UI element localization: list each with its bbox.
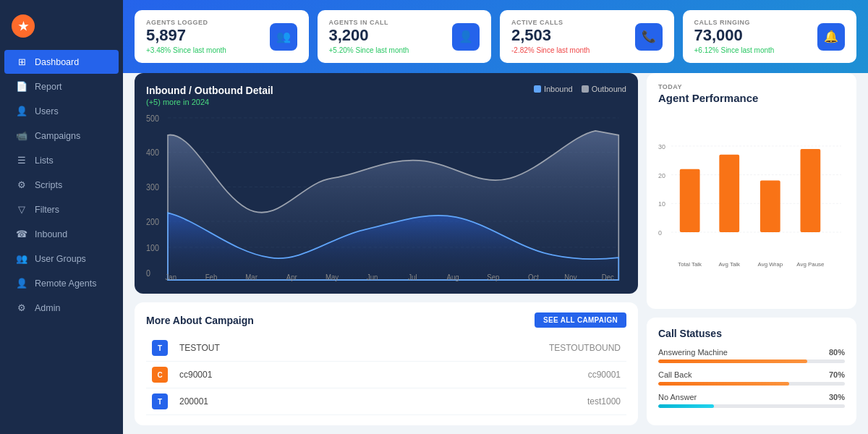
bar-avg-wrap: [760, 181, 780, 232]
campaign-name-2: 200001: [174, 388, 347, 415]
sidebar-logo: ★: [0, 7, 123, 49]
chart-legend: Inbound Outbound: [534, 85, 626, 93]
stat-label-3: CALLS RINGING: [694, 19, 818, 26]
svg-text:200: 200: [146, 218, 159, 227]
stats-bar: AGENTS LOGGED 5,897 +3.48% Since last mo…: [123, 0, 868, 73]
sidebar-item-campaigns[interactable]: 📹Campaigns: [4, 124, 119, 148]
svg-text:0: 0: [658, 229, 662, 237]
svg-text:Jan: Jan: [166, 273, 177, 282]
agent-performance-title: Agent Performance: [658, 92, 845, 104]
svg-text:Total Talk: Total Talk: [678, 261, 702, 268]
svg-text:100: 100: [146, 244, 159, 253]
sidebar-label-remote-agents: Remote Agents: [35, 278, 96, 289]
status-row-2: No Answer 30%: [658, 393, 845, 408]
stat-value-3: 73,000: [694, 26, 818, 45]
campaign-id-2: test1000: [347, 388, 626, 415]
legend-inbound: Inbound: [534, 85, 573, 93]
filters-icon: ▽: [16, 204, 27, 215]
svg-text:Apr: Apr: [286, 273, 298, 282]
sidebar-item-lists[interactable]: ☰Lists: [4, 148, 119, 172]
sidebar-item-users[interactable]: 👤Users: [4, 99, 119, 123]
logo-icon: ★: [12, 14, 35, 38]
agent-performance-chart: 30 20 10 0 Total Talk: [658, 111, 845, 299]
users-icon: 👤: [16, 106, 27, 116]
agent-performance-card: TODAY Agent Performance 30 20 10 0: [647, 73, 856, 309]
remote-agents-icon: 👤: [16, 278, 27, 289]
sidebar-item-user-groups[interactable]: 👥User Groups: [4, 247, 119, 271]
campaign-badge-2: T: [152, 393, 168, 409]
campaigns-icon: 📹: [16, 130, 27, 141]
sidebar-item-inbound[interactable]: ☎Inbound: [4, 222, 119, 246]
campaign-table: T TESTOUT TESTOUTBOUND C cc90001 cc90001…: [146, 335, 626, 415]
progress-bar-2: [658, 404, 845, 408]
campaign-badge-0: T: [152, 340, 168, 356]
sidebar-item-scripts[interactable]: ⚙Scripts: [4, 173, 119, 197]
stat-icon-0: 👥: [270, 23, 297, 51]
svg-text:30: 30: [658, 143, 665, 150]
svg-text:Feb: Feb: [205, 273, 218, 282]
svg-text:Avg Talk: Avg Talk: [718, 261, 740, 268]
sidebar-label-user-groups: User Groups: [35, 254, 86, 264]
stat-icon-1: 👤: [452, 23, 480, 51]
stat-card-2: ACTIVE CALLS 2,503 -2.82% Since last mon…: [500, 10, 674, 63]
svg-text:20: 20: [658, 172, 665, 179]
svg-text:400: 400: [146, 148, 159, 158]
progress-fill-0: [658, 359, 807, 363]
status-row-0: Answering Machine 80%: [658, 348, 845, 363]
inbound-icon: ☎: [16, 229, 27, 239]
chart-area: 500 400 300 200 100 0: [146, 109, 626, 282]
sidebar-label-campaigns: Campaigns: [35, 131, 80, 141]
sidebar-item-dashboard[interactable]: ⊞Dashboard: [4, 50, 119, 74]
stat-icon-3: 🔔: [817, 23, 845, 51]
campaign-badge-cell-2: T: [146, 388, 174, 415]
see-all-campaign-button[interactable]: SEE ALL CAMPAIGN: [535, 312, 626, 328]
svg-text:May: May: [326, 273, 339, 282]
stat-label-2: ACTIVE CALLS: [511, 19, 635, 26]
call-statuses-title: Call Statuses: [658, 328, 845, 339]
svg-text:Avg Wrap: Avg Wrap: [758, 261, 783, 268]
sidebar-item-remote-agents[interactable]: 👤Remote Agents: [4, 271, 119, 295]
body-row: Inbound / Outbound Detail (+5) more in 2…: [123, 73, 868, 434]
call-statuses-card: Call Statuses Answering Machine 80% Call…: [647, 318, 856, 425]
progress-bar-1: [658, 382, 845, 386]
stat-info-0: AGENTS LOGGED 5,897 +3.48% Since last mo…: [146, 19, 270, 54]
legend-outbound: Outbound: [582, 85, 626, 93]
sidebar: ★ ⊞Dashboard📄Report👤Users📹Campaigns☰List…: [0, 0, 123, 434]
main-content: AGENTS LOGGED 5,897 +3.48% Since last mo…: [123, 0, 868, 434]
status-row-1: Call Back 70%: [658, 370, 845, 386]
progress-fill-1: [658, 382, 789, 386]
status-label-1: Call Back: [658, 370, 692, 379]
svg-text:Oct: Oct: [528, 273, 539, 282]
status-label-0: Answering Machine: [658, 348, 728, 357]
svg-text:Jul: Jul: [408, 273, 417, 282]
sidebar-label-filters: Filters: [35, 205, 59, 215]
status-label-2: No Answer: [658, 393, 697, 401]
progress-fill-2: [658, 404, 714, 408]
svg-text:10: 10: [658, 201, 665, 208]
sidebar-item-report[interactable]: 📄Report: [4, 75, 119, 98]
chart-title: Inbound / Outbound Detail: [146, 85, 273, 96]
admin-icon: ⚙: [16, 302, 27, 313]
right-column: TODAY Agent Performance 30 20 10 0: [647, 73, 856, 425]
left-column: Inbound / Outbound Detail (+5) more in 2…: [135, 73, 638, 425]
status-header-1: Call Back 70%: [658, 370, 845, 379]
campaign-row-2: T 200001 test1000: [146, 388, 626, 415]
bar-total-talk: [680, 169, 700, 232]
svg-text:Jun: Jun: [367, 273, 378, 282]
campaign-header: More About Campaign SEE ALL CAMPAIGN: [146, 312, 626, 328]
sidebar-item-admin[interactable]: ⚙Admin: [4, 296, 119, 320]
sidebar-item-filters[interactable]: ▽Filters: [4, 197, 119, 221]
inbound-outbound-chart-card: Inbound / Outbound Detail (+5) more in 2…: [135, 73, 638, 294]
sidebar-label-inbound: Inbound: [35, 229, 67, 239]
campaign-name-1: cc90001: [174, 362, 347, 388]
svg-text:Avg Pause: Avg Pause: [796, 261, 825, 268]
stat-value-0: 5,897: [146, 26, 270, 45]
stat-card-0: AGENTS LOGGED 5,897 +3.48% Since last mo…: [135, 10, 309, 63]
sidebar-label-dashboard: Dashboard: [35, 57, 79, 67]
status-pct-2: 30%: [829, 393, 845, 401]
campaign-title: More About Campaign: [146, 315, 254, 326]
sidebar-label-lists: Lists: [35, 156, 54, 166]
chart-subtitle: (+5) more in 2024: [146, 98, 273, 106]
sidebar-label-report: Report: [35, 82, 62, 92]
campaign-row-0: T TESTOUT TESTOUTBOUND: [146, 335, 626, 362]
